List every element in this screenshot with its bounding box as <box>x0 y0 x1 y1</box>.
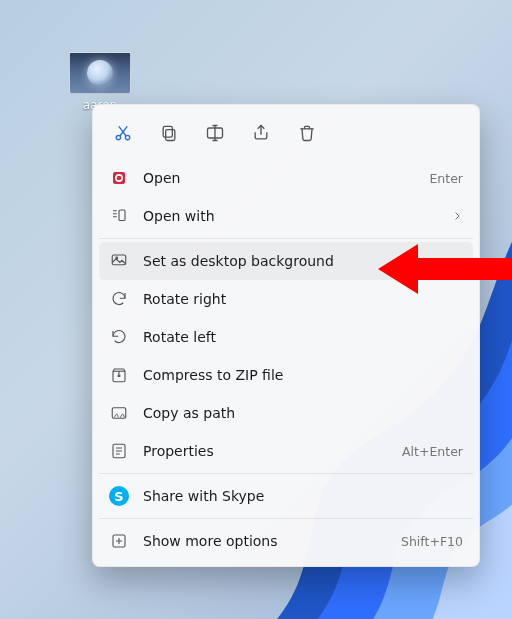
separator <box>99 238 473 239</box>
desktop-file[interactable]: aaron <box>60 52 140 112</box>
action-row <box>99 111 473 159</box>
menu-label: Open <box>143 170 415 186</box>
menu-label: Share with Skype <box>143 488 463 504</box>
open-with-icon <box>109 206 129 226</box>
menu-item-copy-path[interactable]: Copy as path <box>99 394 473 432</box>
shortcut: Alt+Enter <box>402 444 463 459</box>
file-thumbnail <box>69 52 131 94</box>
menu-label: Compress to ZIP file <box>143 367 463 383</box>
svg-rect-7 <box>119 210 125 221</box>
svg-rect-2 <box>166 130 175 141</box>
menu-label: Properties <box>143 443 388 459</box>
menu-label: Copy as path <box>143 405 463 421</box>
rename-icon <box>205 123 225 143</box>
copy-icon <box>159 123 179 143</box>
menu-label: Open with <box>143 208 437 224</box>
menu-item-open[interactable]: Open Enter <box>99 159 473 197</box>
copy-path-icon <box>109 403 129 423</box>
menu-label: Show more options <box>143 533 387 549</box>
rotate-left-icon <box>109 327 129 347</box>
menu-item-properties[interactable]: Properties Alt+Enter <box>99 432 473 470</box>
more-options-icon <box>109 531 129 551</box>
copy-button[interactable] <box>149 115 189 151</box>
menu-label: Set as desktop background <box>143 253 463 269</box>
delete-icon <box>297 123 317 143</box>
svg-rect-3 <box>163 126 172 137</box>
menu-item-compress-zip[interactable]: Compress to ZIP file <box>99 356 473 394</box>
svg-point-9 <box>116 257 118 259</box>
chevron-right-icon <box>451 210 463 222</box>
menu-item-rotate-left[interactable]: Rotate left <box>99 318 473 356</box>
rotate-right-icon <box>109 289 129 309</box>
svg-point-0 <box>116 135 120 139</box>
svg-rect-5 <box>113 172 125 184</box>
share-button[interactable] <box>241 115 281 151</box>
separator <box>99 473 473 474</box>
context-menu: Open Enter Open with Set as desktop back… <box>92 104 480 567</box>
properties-icon <box>109 441 129 461</box>
menu-item-share-skype[interactable]: S Share with Skype <box>99 477 473 515</box>
shortcut: Enter <box>429 171 463 186</box>
skype-icon: S <box>109 486 129 506</box>
separator <box>99 518 473 519</box>
delete-button[interactable] <box>287 115 327 151</box>
menu-label: Rotate right <box>143 291 463 307</box>
rename-button[interactable] <box>195 115 235 151</box>
menu-item-set-bg[interactable]: Set as desktop background <box>99 242 473 280</box>
shortcut: Shift+F10 <box>401 534 463 549</box>
zip-icon <box>109 365 129 385</box>
share-icon <box>251 123 271 143</box>
menu-item-open-with[interactable]: Open with <box>99 197 473 235</box>
menu-item-rotate-right[interactable]: Rotate right <box>99 280 473 318</box>
menu-item-more-options[interactable]: Show more options Shift+F10 <box>99 522 473 560</box>
desktop-background-icon <box>109 251 129 271</box>
cut-button[interactable] <box>103 115 143 151</box>
open-icon <box>109 168 129 188</box>
menu-label: Rotate left <box>143 329 463 345</box>
svg-point-1 <box>125 135 129 139</box>
cut-icon <box>113 123 133 143</box>
